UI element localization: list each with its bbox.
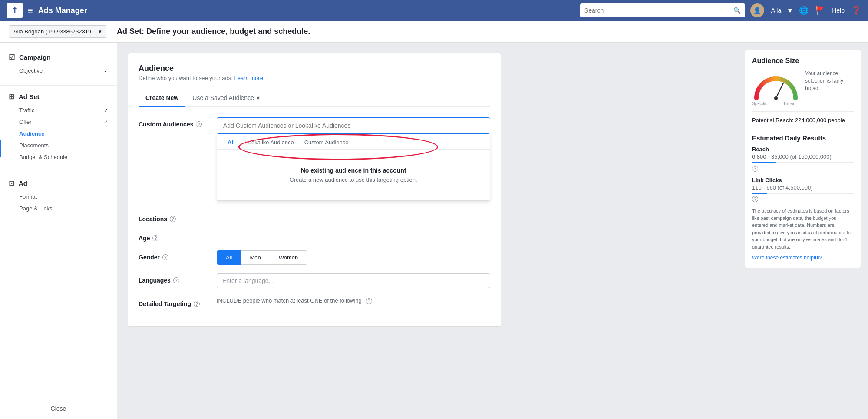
- sidebar-item-page-links[interactable]: Page & Links: [0, 203, 117, 214]
- gender-men-button[interactable]: Men: [241, 250, 270, 265]
- audience-input-wrapper: [217, 117, 490, 134]
- detailed-targeting-row: Detailed Targeting ? INCLUDE people who …: [139, 297, 490, 307]
- gauge-container: Specific Broad Your audience selection i…: [752, 70, 854, 106]
- locations-info-icon[interactable]: ?: [170, 216, 176, 222]
- facebook-logo: f: [7, 3, 23, 18]
- search-bar: 🔍: [580, 3, 745, 17]
- audience-dropdown: All Lookalike Audience Custom Audience N…: [217, 134, 490, 201]
- age-info-icon[interactable]: ?: [152, 235, 158, 241]
- reach-row: Reach 6,800 - 35,000 (of 150,000,000) ?: [752, 146, 854, 172]
- sidebar-item-objective[interactable]: Objective ✓: [0, 65, 117, 76]
- languages-input[interactable]: [217, 273, 490, 288]
- learn-more-link[interactable]: Learn more.: [234, 75, 264, 81]
- search-icon: 🔍: [733, 7, 741, 14]
- link-clicks-info-icon[interactable]: ?: [752, 196, 758, 202]
- sidebar-campaign-label: Campaign: [19, 53, 51, 61]
- age-label: Age ?: [139, 231, 217, 242]
- dropdown-tab-lookalike[interactable]: Lookalike Audience: [240, 137, 299, 147]
- svg-line-0: [776, 83, 783, 98]
- custom-audiences-info-icon[interactable]: ?: [196, 121, 202, 127]
- account-dropdown-icon: ▾: [99, 28, 102, 35]
- svg-point-1: [774, 96, 778, 100]
- link-clicks-label: Link Clicks: [752, 177, 854, 183]
- reach-label: Reach: [752, 146, 854, 153]
- reach-bar: [752, 162, 776, 163]
- audience-size-card: Audience Size: [745, 50, 861, 268]
- help-button[interactable]: Help: [832, 7, 845, 14]
- reach-info-icon[interactable]: ?: [752, 166, 758, 172]
- custom-audiences-field: All Lookalike Audience Custom Audience N…: [217, 117, 490, 134]
- no-audience-title: No existing audience in this account: [226, 167, 481, 174]
- page-title: Ad Set: Define your audience, budget and…: [117, 27, 310, 36]
- section-subtitle: Define who you want to see your ads. Lea…: [139, 75, 490, 81]
- sidebar-item-format[interactable]: Format: [0, 191, 117, 203]
- gender-women-button[interactable]: Women: [270, 250, 307, 265]
- link-clicks-bar: [752, 193, 767, 194]
- top-navigation: f ≡ Ads Manager 🔍 👤 Alla ▾ 🌐 🚩 Help ❓: [0, 0, 868, 21]
- sidebar: ☑ Campaign Objective ✓ ⊞ Ad Set Traffic …: [0, 43, 117, 419]
- active-bar: [0, 140, 1, 157]
- languages-info-icon[interactable]: ?: [173, 277, 179, 283]
- audience-search-input[interactable]: [217, 118, 490, 133]
- custom-audiences-row: Custom Audiences ? All Lookalike Audienc…: [139, 117, 490, 134]
- account-name: Alla Bogdan (15693386732819...: [13, 28, 96, 35]
- detailed-targeting-info-icon[interactable]: ?: [194, 301, 200, 307]
- locations-label: Locations ?: [139, 212, 217, 223]
- sidebar-item-audience[interactable]: Audience: [0, 128, 117, 140]
- sidebar-item-traffic[interactable]: Traffic ✓: [0, 104, 117, 116]
- reach-value: 6,800 - 35,000 (of 150,000,000): [752, 153, 854, 160]
- section-title: Audience: [139, 64, 490, 73]
- dropdown-tab-all[interactable]: All: [222, 137, 240, 147]
- no-audience-subtitle: Create a new audience to use this target…: [226, 176, 481, 183]
- gender-row: Gender ? All Men Women: [139, 250, 490, 265]
- dropdown-empty-state: No existing audience in this account Cre…: [217, 150, 490, 200]
- checkmark-icon: ✓: [104, 68, 108, 74]
- gauge-broad-label: Broad: [784, 101, 795, 106]
- disclaimer-text: The accuracy of estimates is based on fa…: [752, 207, 854, 250]
- sidebar-campaign-section: ☑ Campaign Objective ✓: [0, 50, 117, 76]
- helpful-link[interactable]: Were these estimates helpful?: [752, 255, 822, 261]
- tab-create-new[interactable]: Create New: [139, 90, 185, 107]
- adset-icon: ⊞: [9, 93, 14, 101]
- sidebar-ad-label: Ad: [19, 180, 27, 187]
- gender-info-icon[interactable]: ?: [162, 254, 168, 260]
- avatar: 👤: [750, 3, 764, 17]
- user-name: Alla: [771, 7, 781, 14]
- sidebar-item-placements[interactable]: Placements: [0, 140, 117, 151]
- search-input[interactable]: [584, 7, 730, 14]
- audience-size-title: Audience Size: [752, 57, 854, 65]
- account-selector[interactable]: Alla Bogdan (15693386732819... ▾: [9, 25, 106, 38]
- link-clicks-row: Link Clicks 110 - 660 (of 4,500,000) ?: [752, 177, 854, 203]
- gauge-description: Your audience selection is fairly broad.: [805, 70, 854, 92]
- languages-row: Languages ?: [139, 273, 490, 288]
- right-panel: Audience Size: [738, 43, 868, 275]
- dropdown-tab-custom[interactable]: Custom Audience: [299, 137, 354, 147]
- reach-bar-bg: [752, 162, 854, 163]
- sidebar-adset-section: ⊞ Ad Set Traffic ✓ Offer ✓ Audience Plac…: [0, 89, 117, 163]
- detailed-targeting-label: Detailed Targeting ?: [139, 297, 217, 307]
- subheader: Alla Bogdan (15693386732819... ▾ Ad Set:…: [0, 21, 868, 43]
- link-clicks-value: 110 - 660 (of 4,500,000): [752, 184, 854, 191]
- tab-saved-audience[interactable]: Use a Saved Audience ▾: [185, 90, 267, 107]
- gender-label: Gender ?: [139, 250, 217, 261]
- app-title: Ads Manager: [38, 6, 87, 15]
- sidebar-ad-header: ⊡ Ad: [0, 176, 117, 191]
- sidebar-item-budget[interactable]: Budget & Schedule: [0, 151, 117, 163]
- globe-icon[interactable]: 🌐: [799, 6, 809, 15]
- dropdown-icon[interactable]: ▾: [788, 6, 792, 15]
- flag-icon[interactable]: 🚩: [815, 6, 825, 15]
- detailed-targeting-desc-info-icon[interactable]: ?: [366, 298, 372, 304]
- dropdown-filter-tabs: All Lookalike Audience Custom Audience: [217, 134, 490, 150]
- sidebar-campaign-header: ☑ Campaign: [0, 50, 117, 65]
- sidebar-item-offer[interactable]: Offer ✓: [0, 116, 117, 128]
- audience-card: Audience Define who you want to see your…: [128, 53, 501, 327]
- sidebar-adset-label: Ad Set: [19, 93, 40, 100]
- gender-buttons: All Men Women: [217, 250, 490, 265]
- gender-field: All Men Women: [217, 250, 490, 265]
- gender-all-button[interactable]: All: [217, 250, 241, 265]
- sidebar-adset-header: ⊞ Ad Set: [0, 89, 117, 104]
- close-button[interactable]: Close: [0, 398, 117, 419]
- hamburger-icon[interactable]: ≡: [28, 6, 33, 16]
- link-clicks-bar-bg: [752, 193, 854, 194]
- custom-audiences-label: Custom Audiences ?: [139, 117, 217, 128]
